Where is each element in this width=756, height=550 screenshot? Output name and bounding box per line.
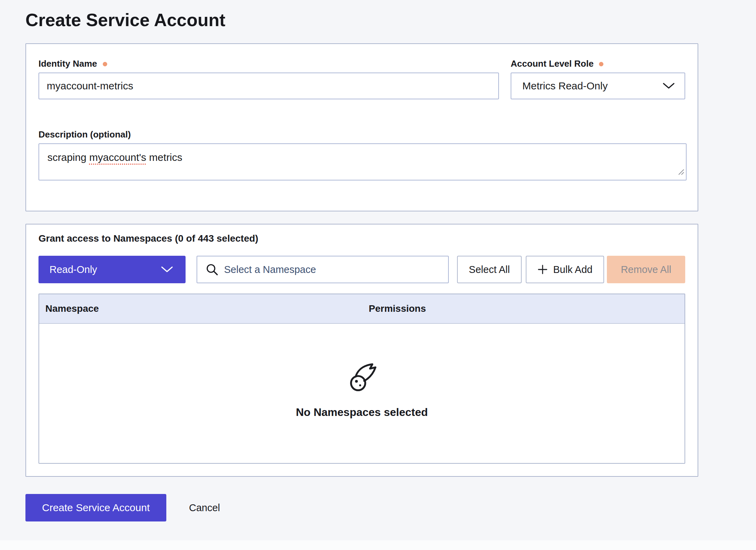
namespaces-card: Grant access to Namespaces (0 of 443 sel… [25,224,698,477]
bulk-add-button[interactable]: Bulk Add [526,256,604,283]
namespace-search[interactable] [197,256,449,283]
description-text-before: scraping [47,152,89,163]
create-service-account-page: Create Service Account Identity Name Acc… [0,0,698,521]
required-indicator [103,62,107,66]
namespace-search-input[interactable] [224,264,441,275]
identity-name-label: Identity Name [38,58,97,69]
plus-icon [537,264,548,275]
description-text-after: metrics [146,152,182,163]
footer-actions: Create Service Account Cancel [25,494,698,521]
bottom-strip [0,540,756,550]
identity-details-card: Identity Name Account Level Role Metrics… [25,43,698,211]
account-level-role-label: Account Level Role [511,58,593,69]
namespaces-table-body: No Namespaces selected [39,324,685,463]
description-textarea[interactable]: scraping myaccount's metrics [38,143,687,180]
empty-state: No Namespaces selected [296,363,428,424]
column-header-permissions: Permissions [363,303,685,314]
chevron-down-icon [663,82,675,89]
namespaces-table: Namespace Permissions No Namespaces sele… [38,294,685,464]
account-level-role-select[interactable]: Metrics Read-Only [511,73,685,99]
identity-name-input[interactable] [38,73,499,99]
resize-handle-icon[interactable] [676,166,685,179]
permission-role-value: Read-Only [49,264,97,275]
permission-role-dropdown[interactable]: Read-Only [38,256,186,283]
description-label: Description (optional) [38,129,685,140]
account-level-role-value: Metrics Read-Only [522,80,663,92]
remove-all-button[interactable]: Remove All [607,256,685,283]
identity-name-label-row: Identity Name [38,58,499,69]
cancel-button[interactable]: Cancel [189,502,220,514]
required-indicator [599,62,603,66]
column-header-namespace: Namespace [39,303,363,314]
comet-icon [346,363,377,394]
namespace-controls-row: Read-Only Select All [38,256,685,283]
account-level-role-label-row: Account Level Role [511,58,685,69]
page-title: Create Service Account [25,9,698,31]
empty-state-message: No Namespaces selected [296,406,428,419]
create-service-account-button[interactable]: Create Service Account [25,494,166,521]
namespaces-table-header: Namespace Permissions [39,294,685,324]
search-icon [205,263,219,276]
namespaces-heading: Grant access to Namespaces (0 of 443 sel… [38,233,685,244]
chevron-down-icon [161,266,173,273]
description-text-misspelled: myaccount's [89,152,146,163]
select-all-button[interactable]: Select All [457,256,522,283]
